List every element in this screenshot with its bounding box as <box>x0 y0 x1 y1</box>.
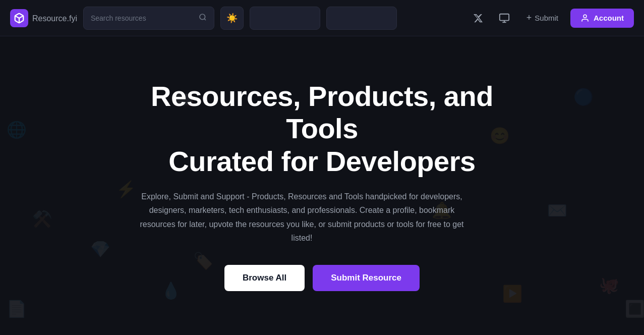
logo-name-text: Resource <box>32 14 67 23</box>
nav-dropdown-1[interactable] <box>250 7 320 30</box>
bg-icon-4: 💎 <box>90 240 110 259</box>
sun-icon: ☀️ <box>226 13 238 24</box>
bg-icon-13: 🔳 <box>625 299 644 318</box>
account-button[interactable]: Account <box>570 9 634 28</box>
hero-title-line1: Resources, Products, and Tools <box>151 80 493 144</box>
twitter-x-button[interactable] <box>468 8 488 28</box>
logo-suffix-text: .fyi <box>67 14 77 23</box>
bg-icon-10: 🐙 <box>599 275 619 295</box>
search-container <box>83 7 214 30</box>
hero-title-line2: Curated for Developers <box>168 145 475 177</box>
bg-icon-12: 📄 <box>7 299 27 318</box>
user-icon <box>580 14 590 23</box>
theme-toggle-button[interactable]: ☀️ <box>220 7 244 30</box>
bg-icon-9: 🔵 <box>573 87 594 106</box>
search-icon[interactable] <box>199 13 207 23</box>
svg-line-2 <box>204 19 206 20</box>
hero-subtitle: Explore, Submit and Support - Products, … <box>131 190 474 245</box>
svg-point-6 <box>583 15 587 18</box>
plus-icon: + <box>526 13 532 23</box>
monitor-button[interactable] <box>494 8 514 28</box>
logo-icon <box>10 9 28 27</box>
nav-dropdown-2[interactable] <box>326 7 397 30</box>
browse-all-button[interactable]: Browse All <box>224 265 305 291</box>
bg-icon-0: 🌐 <box>7 120 27 139</box>
bg-icon-7: ✉️ <box>547 201 567 220</box>
svg-point-1 <box>200 14 205 20</box>
svg-rect-3 <box>500 14 509 20</box>
hero-content: Resources, Products, and Tools Curated f… <box>131 80 514 291</box>
hero-title: Resources, Products, and Tools Curated f… <box>131 80 514 178</box>
hero-section: 🌐📖⚒️⚡💎🏷️🔔✉️😊🔵🐙▶️📄🔳💧 Resources, Products,… <box>0 36 644 335</box>
submit-button[interactable]: + Submit <box>520 9 564 27</box>
bg-icon-2: ⚒️ <box>32 209 52 229</box>
navbar: Resource.fyi ☀️ + Submit <box>0 0 644 36</box>
logo[interactable]: Resource.fyi <box>10 9 77 27</box>
submit-label: Submit <box>535 14 558 22</box>
logo-text: Resource.fyi <box>32 12 77 24</box>
search-input[interactable] <box>91 14 195 22</box>
hero-buttons: Browse All Submit Resource <box>131 265 514 291</box>
submit-resource-button[interactable]: Submit Resource <box>313 265 420 291</box>
account-label: Account <box>594 14 624 22</box>
